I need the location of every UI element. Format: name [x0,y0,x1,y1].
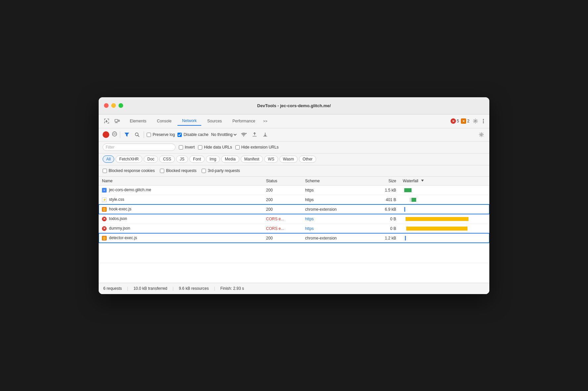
col-scheme[interactable]: Scheme [302,177,361,186]
filter-doc[interactable]: Doc [144,155,158,163]
download-icon[interactable] [261,131,269,139]
row-name-4: todos.json [109,216,127,221]
table-row[interactable]: {} hook-exec.js 200 chrome-extension 6.9… [99,204,489,214]
tab-network[interactable]: Network [177,116,201,126]
cursor-icon[interactable] [103,117,111,125]
cell-scheme-6: chrome-extension [302,233,361,243]
table-row[interactable]: ⚡ style.css 200 https 401 B [99,195,489,204]
table-row[interactable]: ✕ todos.json CORS e... https 0 B [99,214,489,224]
col-name[interactable]: Name [99,177,263,186]
row-name-2: style.css [109,197,124,202]
table-row[interactable]: ≡ jec-cors-demo.glitch.me 200 https 1.5 … [99,185,489,195]
preserve-log-label: Preserve log [153,132,175,137]
filter-ws[interactable]: WS [264,155,278,163]
filter-img[interactable]: Img [206,155,220,163]
cell-name: {} detector-exec.js [99,233,263,243]
maximize-button[interactable] [119,103,123,108]
status-footer: 6 requests | 10.0 kB transferred | 9.6 k… [99,283,489,294]
tab-bar: Elements Console Network Sources Perform… [99,114,489,128]
col-status[interactable]: Status [263,177,302,186]
preserve-log-input[interactable] [147,133,151,137]
filter-input[interactable] [103,144,175,151]
table-row[interactable]: ✕ dummy.json CORS e... https 0 B [99,224,489,233]
disable-cache-label: Disable cache [183,132,208,137]
throttle-selector[interactable]: No throttling [211,132,237,137]
third-party-label: 3rd-party requests [208,168,240,173]
row-name-3: hook-exec.js [109,207,131,211]
tab-performance[interactable]: Performance [228,117,260,125]
footer-resources: 9.6 kB resources [179,286,209,291]
disable-cache-input[interactable] [177,133,182,137]
record-button[interactable] [103,131,109,138]
close-button[interactable] [104,103,109,108]
footer-finish: Finish: 2.93 s [220,286,244,291]
device-icon[interactable] [113,117,121,125]
search-button[interactable] [133,131,141,139]
cell-size-1: 1.5 kB [361,185,400,195]
cell-status-1: 200 [263,185,302,195]
tab-bar-right: ✕ 5 ✕ 2 [451,117,485,125]
blocked-requests-input[interactable] [160,169,164,173]
col-size[interactable]: Size [361,177,400,186]
cell-name: ✕ todos.json [99,214,263,224]
cell-name: ≡ jec-cors-demo.glitch.me [99,185,263,195]
tab-console[interactable]: Console [152,117,176,125]
tab-sources[interactable]: Sources [203,117,226,125]
filter-js[interactable]: JS [176,155,188,163]
more-options-icon[interactable] [481,117,485,125]
preserve-log-checkbox[interactable]: Preserve log [147,132,175,137]
clear-button[interactable] [112,131,117,138]
filter-font[interactable]: Font [189,155,205,163]
filter-bar: Invert Hide data URLs Hide extension URL… [99,142,489,153]
cell-scheme-3: chrome-extension [302,204,361,214]
cell-status-2: 200 [263,195,302,204]
filter-wasm[interactable]: Wasm [279,155,298,163]
wifi-icon[interactable] [239,131,248,139]
cell-name: ✕ dummy.json [99,224,263,233]
hide-data-urls-input[interactable] [198,145,202,150]
filter-button[interactable] [123,131,131,138]
cell-scheme-2: https [302,195,361,204]
traffic-lights [104,103,123,108]
third-party-input[interactable] [202,169,206,173]
svg-rect-5 [109,119,109,120]
blocked-cookies-input[interactable] [103,169,107,173]
disable-cache-checkbox[interactable]: Disable cache [177,132,208,137]
hide-data-urls-checkbox[interactable]: Hide data URLs [198,145,232,150]
tab-more[interactable]: >> [261,118,270,124]
settings-icon[interactable] [471,117,479,125]
filter-css[interactable]: CSS [159,155,175,163]
tab-elements[interactable]: Elements [125,117,151,125]
cell-size-5: 0 B [361,224,400,233]
table-row[interactable]: {} detector-exec.js 200 chrome-extension… [99,233,489,243]
svg-point-12 [475,120,476,122]
upload-icon[interactable] [251,131,259,139]
blocked-cookies-checkbox[interactable]: Blocked response cookies [103,168,155,173]
hide-ext-urls-input[interactable] [235,145,240,150]
hide-data-urls-label: Hide data URLs [204,145,232,150]
empty-row [99,243,489,263]
invert-checkbox[interactable]: Invert [179,145,195,150]
filter-fetch-xhr[interactable]: Fetch/XHR [116,155,142,163]
col-waterfall[interactable]: Waterfall [400,177,489,186]
invert-input[interactable] [179,145,183,150]
extra-filters-bar: Blocked response cookies Blocked request… [99,165,489,177]
orange-error-icon: ✕ [461,118,466,124]
filter-media[interactable]: Media [221,155,239,163]
filter-manifest[interactable]: Manifest [241,155,263,163]
network-table: Name Status Scheme Size Waterfall [99,177,489,283]
cell-name: {} hook-exec.js [99,204,263,214]
blocked-requests-checkbox[interactable]: Blocked requests [160,168,196,173]
cell-waterfall-5 [400,224,489,233]
minimize-button[interactable] [111,103,116,108]
filter-other[interactable]: Other [299,155,316,163]
network-settings-icon[interactable] [477,131,485,139]
third-party-checkbox[interactable]: 3rd-party requests [202,168,240,173]
hide-ext-urls-checkbox[interactable]: Hide extension URLs [235,145,279,150]
filter-all[interactable]: All [103,155,114,163]
svg-rect-3 [104,122,105,123]
js-ext-icon: {} [102,207,107,212]
cell-waterfall-2 [400,195,489,204]
error-icon: ✕ [102,226,107,231]
svg-point-13 [483,119,484,120]
